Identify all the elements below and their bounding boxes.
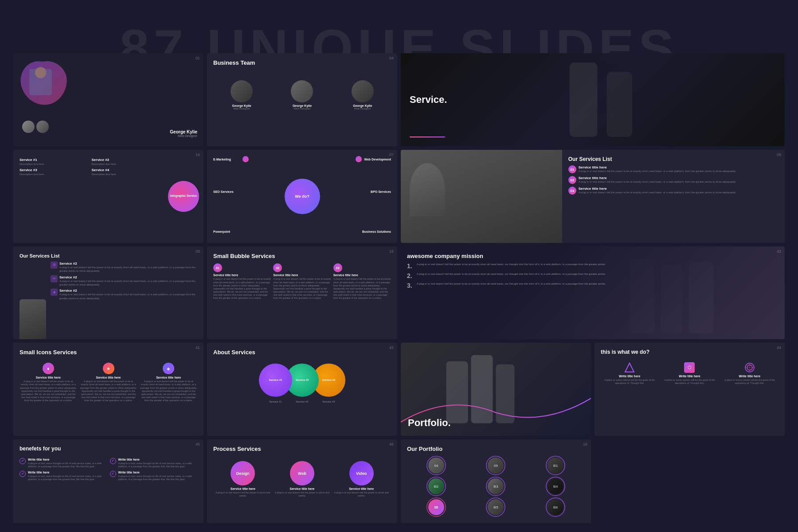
service-2-text: Service #2 A plug-in or tool doesn't tel…: [59, 275, 197, 287]
icon-service-1: ♦ Service title here A plug-in or tool d…: [20, 363, 77, 402]
badge-03: 03: [568, 187, 576, 195]
benefit-2: ✓ Write title here A plug-in or tool, so…: [110, 458, 198, 468]
person-image: [20, 299, 46, 339]
portfolio-thumb-6: B4: [526, 477, 585, 496]
service-1-text: Service #2 A plug-in or tool doesn't tel…: [59, 262, 197, 273]
process-bubble-video: Video: [349, 461, 374, 485]
slide-our-portfolio: 16 Our Portfolio 04 09 B1 B2: [401, 439, 591, 523]
badge-01: 01: [568, 165, 576, 173]
icon-1: ♦: [43, 363, 54, 374]
benefits-grid: ✓ Write title here A plug-in or tool, so…: [20, 458, 197, 481]
team-member-2: George Kylie Web Designer: [291, 80, 313, 110]
hero-title: Service.: [410, 94, 447, 106]
slide-small-bubble: 16 Small Bubble Services 01 Service titl…: [207, 246, 397, 340]
icon-service-3: ◈ Service title here A plug-in or tool d…: [140, 363, 197, 402]
member-1-role: Web Designer: [231, 107, 253, 110]
service-bpo: BPO Services: [371, 190, 391, 193]
service-item-03-text: Service title here A plug-in or tool doe…: [579, 187, 736, 194]
service-web-dev: Web Development: [364, 158, 391, 161]
slide-2-title: Business Team: [213, 59, 391, 67]
svg-rect-3: [606, 72, 632, 137]
portfolio-thumb-8: B5: [467, 497, 525, 517]
infographic-circle-label: Infographic Service: [170, 194, 197, 198]
infographic-service-4: Service #4 Description text here: [92, 168, 162, 176]
process-bubbles: Design Service title here A plug-in or t…: [213, 461, 391, 497]
slide-process-services: 46 Process Services Design Service title…: [207, 439, 397, 523]
bubble-services-row: 01 Service title here A plug-in or tool …: [213, 263, 391, 300]
service-item-01: 01 Service title here A plug-in or tool …: [568, 165, 778, 173]
slide-benefits: 45 benefets for you ✓ Write title here A…: [13, 439, 203, 523]
portfolio-thumb-4: B2: [407, 477, 466, 496]
service-business: Business Solutions: [362, 230, 391, 233]
benefit-4: ✓ Write title here A plug-in or tool, so…: [110, 471, 198, 481]
center-bubble: We do?: [285, 179, 320, 214]
member-3-role: Web Designer: [352, 107, 374, 110]
slide-number-12: 44: [777, 345, 781, 350]
slide-company-mission: 43 awesome company mission 1. A plug-in …: [401, 246, 785, 340]
svg-marker-7: [625, 363, 634, 372]
orbs-container: Service #1 Service #1 Service #2 Service…: [213, 364, 391, 397]
member-1-name: George Kylie: [231, 104, 253, 107]
slide-number-6: 08: [196, 249, 200, 254]
slide-number-8: 16: [389, 249, 394, 254]
mission-items: 1. A plug-in or tool doesn't tell the po…: [407, 262, 778, 289]
slide-about-services: 42 About Services Service #1 Service #1 …: [207, 343, 397, 436]
slide-10-title: About Services: [213, 349, 391, 356]
slide-services-list-1: 08 Our Services List ⚙ Service #2 A plug…: [13, 246, 203, 340]
icons-grid: Write title here A place or some column …: [601, 362, 778, 385]
check-3: ✓: [20, 471, 26, 477]
process-col-2: Web Service title here A plug-in or tool…: [273, 461, 332, 497]
portfolio-thumbs: 04 09 B1 B2 B3: [407, 456, 585, 517]
service-powerpoint: Powerpoint: [213, 230, 230, 233]
service-3-text: Service #2 A plug-in or tool doesn't tel…: [59, 289, 197, 300]
slide-number-5: 07: [389, 153, 394, 157]
slide-16-title: Our Portfolio: [407, 446, 585, 453]
bubble-col-1: 01 Service title here A plug-in or tool …: [213, 263, 271, 300]
check-2: ✓: [110, 458, 116, 464]
infographic-service-3: Service #3 Description text here: [20, 168, 90, 176]
team-member-1: George Kylie Web Designer: [231, 80, 253, 110]
slide-number-4: 16: [196, 153, 200, 157]
service-icon-3: ★: [51, 289, 58, 296]
benefit-1-text: Write title here A plug-in or tool, some…: [28, 458, 107, 468]
mission-item-2: 2. A plug-in or tool doesn't tell the po…: [407, 272, 778, 279]
portfolio-thumb-1: 04: [407, 456, 466, 475]
mission-item-1: 1. A plug-in or tool doesn't tell the po…: [407, 262, 778, 270]
portfolio-thumb-7: 05: [407, 497, 466, 517]
slide-number-16: 16: [583, 442, 587, 446]
slide-number-11: 43: [777, 249, 781, 254]
mission-content: 43 awesome company mission 1. A plug-in …: [401, 246, 785, 340]
slide-number-14: 46: [389, 442, 394, 446]
slide-8-title: Small Bubble Services: [213, 253, 391, 260]
hexagon-icon: ⬡: [684, 362, 695, 373]
slide-services-bubble: 07 E-Marketing Web Development SEO Servi…: [207, 150, 397, 243]
slide-number-13: 45: [196, 442, 200, 446]
svg-rect-2: [570, 63, 598, 137]
service-item-02: 02 Service title here A plug-in or tool …: [568, 176, 778, 184]
service-seo: SEO Services: [213, 190, 234, 193]
slide-6-title: Our Services List: [20, 253, 197, 259]
service-e-marketing: E-Marketing: [213, 158, 231, 161]
process-col-1: Design Service title here A plug-in or t…: [213, 461, 273, 497]
slide-7-title: Our Services List: [568, 156, 778, 163]
benefit-2-text: Write title here A plug-in or tool, some…: [118, 458, 198, 468]
triangle-icon: [624, 362, 635, 373]
slide-services-list-2: 09 Our Services List 01 Service title he…: [401, 150, 785, 243]
portfolio-hero-bg: Portfolio.: [401, 343, 591, 436]
slide-number-10: 42: [389, 345, 394, 350]
person-silhouette-2: [410, 163, 445, 216]
slide-number-9: 41: [196, 345, 200, 350]
portfolio-thumb-3: B1: [526, 456, 585, 475]
bubble-3: 03: [333, 263, 342, 272]
slide-number-1: 01: [196, 56, 200, 60]
blob-svg: [18, 58, 71, 106]
process-col-3: Video Service title here A plug-in or to…: [332, 461, 391, 497]
slide-14-title: Process Services: [213, 446, 391, 453]
slide-service-hero: Service.: [401, 53, 785, 146]
slide-what-we-do: 44 this is what we do? Write title here …: [595, 343, 785, 436]
icon-2: ★: [103, 363, 114, 374]
services-right-content: Our Services List 01 Service title here …: [562, 150, 785, 243]
service-icon-1: ⚙: [51, 262, 58, 269]
process-bubble-web: Web: [290, 461, 314, 485]
bubble-col-3: 03 Service title here A plug-in or tool …: [333, 263, 391, 300]
